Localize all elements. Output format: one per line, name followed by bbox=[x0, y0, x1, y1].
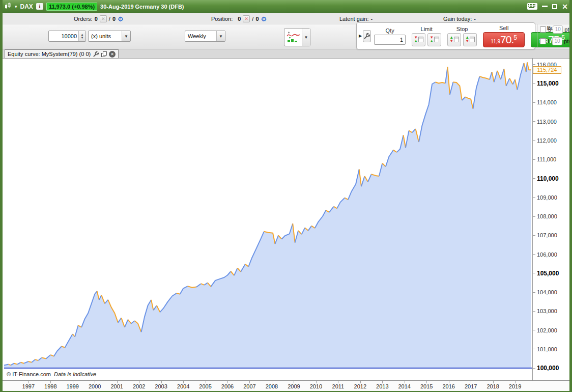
sell-button[interactable]: 11,970.5 bbox=[483, 32, 525, 47]
y-axis-tick-label: 113,000 bbox=[537, 119, 557, 125]
symbol-dropdown-icon[interactable]: ▾ bbox=[15, 4, 17, 9]
y-axis-tick-label: 115,000 bbox=[537, 80, 559, 87]
panel-collapse-handle[interactable]: ▶ bbox=[359, 34, 362, 38]
candlestick-chart-icon[interactable] bbox=[4, 3, 12, 10]
y-axis[interactable]: 116,000115,000114,000113,000112,000111,0… bbox=[532, 59, 569, 380]
stop-pts-input[interactable]: 10 bbox=[553, 25, 563, 34]
y-axis-tick-label: 110,000 bbox=[537, 175, 559, 182]
y-axis-tick-label: 101,000 bbox=[537, 346, 557, 352]
equity-curve-chart[interactable]: 116,000115,000114,000113,000112,000111,0… bbox=[3, 59, 569, 380]
close-button[interactable]: ✕ bbox=[562, 3, 568, 10]
timeframe-select[interactable]: Weekly ▼ bbox=[185, 31, 225, 42]
pts-label: pts bbox=[564, 26, 572, 33]
duplicate-window-icon[interactable] bbox=[101, 51, 107, 57]
cancel-orders-icon[interactable]: ✕ bbox=[100, 15, 107, 22]
y-axis-tick-label: 109,000 bbox=[537, 194, 557, 201]
orders-label: Orders: bbox=[74, 13, 93, 24]
units-select[interactable]: (x) units ▼ bbox=[88, 31, 131, 42]
close-tab-icon[interactable]: ✕ bbox=[109, 51, 116, 58]
y-axis-tick: 109,000 bbox=[533, 194, 557, 201]
close-position-icon[interactable]: ✕ bbox=[243, 15, 250, 22]
units-dropdown-icon[interactable]: ▼ bbox=[122, 31, 130, 41]
y-axis-tick: 115,000 bbox=[533, 80, 559, 87]
y-axis-tick: 107,000 bbox=[533, 232, 557, 239]
keyboard-icon[interactable] bbox=[527, 3, 537, 10]
y-axis-tick-label: 108,000 bbox=[537, 213, 557, 219]
x-axis-tick-label: 1997 bbox=[19, 383, 38, 389]
x-axis-tick-label: 2007 bbox=[240, 383, 259, 389]
units-selected-value: (x) units bbox=[89, 33, 122, 39]
order-ticket-icon bbox=[470, 37, 475, 42]
instrument-symbol[interactable]: DAX bbox=[20, 3, 33, 10]
y-axis-tick: 108,000 bbox=[533, 213, 557, 220]
stop-label: Stop bbox=[456, 26, 468, 32]
x-axis-tick-label: 2017 bbox=[462, 383, 480, 389]
stop-group: Stop ▲▼ ▲▼ bbox=[444, 26, 480, 46]
equity-curve-plot[interactable] bbox=[4, 59, 532, 380]
y-axis-tick-label: 102,000 bbox=[537, 327, 557, 333]
stop-checkbox-label: S bbox=[548, 26, 551, 33]
equity-curve-tab[interactable]: Equity curve: MySystem(79) (0 0) ✕ bbox=[5, 49, 119, 59]
sell-limit-order-button[interactable]: ▼▲ bbox=[412, 33, 425, 46]
y-axis-tick: 112,000 bbox=[533, 137, 557, 144]
limit-group: Limit ▼▲ ▼▲ bbox=[409, 26, 444, 46]
equity-line-drawdown bbox=[436, 82, 446, 83]
y-axis-tick-label: 104,000 bbox=[537, 289, 557, 295]
slash: / bbox=[109, 13, 110, 24]
position-label: Position: bbox=[211, 13, 233, 24]
order-ticket-icon bbox=[454, 37, 459, 42]
mini-chart-icon bbox=[286, 31, 300, 43]
y-axis-tick: 102,000 bbox=[533, 327, 557, 333]
x-axis-tick-label: 2009 bbox=[284, 383, 303, 389]
y-axis-tick: 100,000 bbox=[533, 365, 559, 372]
quantity-stepper[interactable]: 10000 ▲ ▼ bbox=[48, 31, 86, 42]
copyright-text: © IT-Finance.com bbox=[7, 371, 51, 377]
y-axis-tick: 114,000 bbox=[533, 99, 557, 106]
buy-stop-order-button[interactable]: ▲▼ bbox=[463, 33, 477, 46]
qty-input[interactable]: 1 bbox=[374, 35, 406, 45]
y-axis-tick-label: 114,000 bbox=[537, 99, 557, 105]
stop-limit-pts-cluster: S 10 pts L 10 pts bbox=[537, 24, 572, 48]
x-axis[interactable]: 1997199819992000200120022003200420052006… bbox=[3, 380, 569, 391]
maximize-button[interactable] bbox=[552, 4, 557, 9]
x-axis-tick-label: 2019 bbox=[506, 383, 524, 389]
position-settings-icon[interactable]: ⚙ bbox=[261, 16, 267, 22]
order-ticket-icon bbox=[434, 37, 439, 42]
y-axis-tick: 106,000 bbox=[533, 251, 557, 258]
y-axis-tick: 101,000 bbox=[533, 346, 557, 352]
sell-stop-order-button[interactable]: ▲▼ bbox=[447, 33, 461, 46]
quantity-value[interactable]: 10000 bbox=[49, 33, 78, 39]
x-axis-tick-label: 2000 bbox=[85, 383, 104, 389]
orders-settings-icon[interactable]: ⚙ bbox=[118, 16, 124, 22]
buy-limit-order-button[interactable]: ▼▲ bbox=[427, 33, 441, 46]
x-axis-tick-label: 1998 bbox=[41, 383, 60, 389]
limit-pts-input[interactable]: 10 bbox=[552, 37, 562, 45]
sell-label: Sell bbox=[499, 25, 508, 31]
x-axis-tick-label: 2010 bbox=[307, 383, 325, 389]
y-axis-tick-label: 105,000 bbox=[537, 270, 559, 277]
header-area: Orders: 0 ✕ / 0 ⚙ Position: 0 ✕ / 0 ⚙ La… bbox=[3, 13, 569, 49]
x-axis-tick-label: 2003 bbox=[152, 383, 170, 389]
y-axis-tick-label: 111,000 bbox=[537, 156, 556, 162]
spinner-down-icon[interactable]: ▼ bbox=[81, 36, 84, 39]
window-title-text: 30-Aug-2019 Germany 30 (DFB) bbox=[100, 4, 184, 10]
y-axis-tick-label: 107,000 bbox=[537, 232, 557, 238]
x-axis-tick-label: 2001 bbox=[108, 383, 126, 389]
add-indicator-button[interactable]: ▼ bbox=[284, 28, 310, 46]
timeframe-selected-value: Weekly bbox=[185, 33, 216, 39]
y-axis-tick: 105,000 bbox=[533, 270, 559, 276]
wrench-icon bbox=[363, 33, 370, 40]
info-icon[interactable]: i bbox=[36, 3, 43, 10]
trade-settings-button[interactable] bbox=[363, 30, 371, 42]
slash: / bbox=[252, 13, 253, 24]
stop-checkbox[interactable] bbox=[540, 26, 546, 33]
wrench-icon[interactable] bbox=[93, 51, 99, 58]
orders-filled-count: 0 bbox=[112, 13, 116, 24]
y-axis-tick: 104,000 bbox=[533, 289, 557, 296]
limit-checkbox[interactable] bbox=[540, 38, 546, 44]
chart-style-dropdown-icon[interactable]: ▼ bbox=[302, 29, 310, 46]
timeframe-dropdown-icon[interactable]: ▼ bbox=[216, 31, 225, 41]
quantity-spinner-buttons[interactable]: ▲ ▼ bbox=[78, 31, 85, 41]
y-axis-tick: 111,000 bbox=[533, 156, 556, 163]
minimize-button[interactable] bbox=[542, 6, 548, 7]
